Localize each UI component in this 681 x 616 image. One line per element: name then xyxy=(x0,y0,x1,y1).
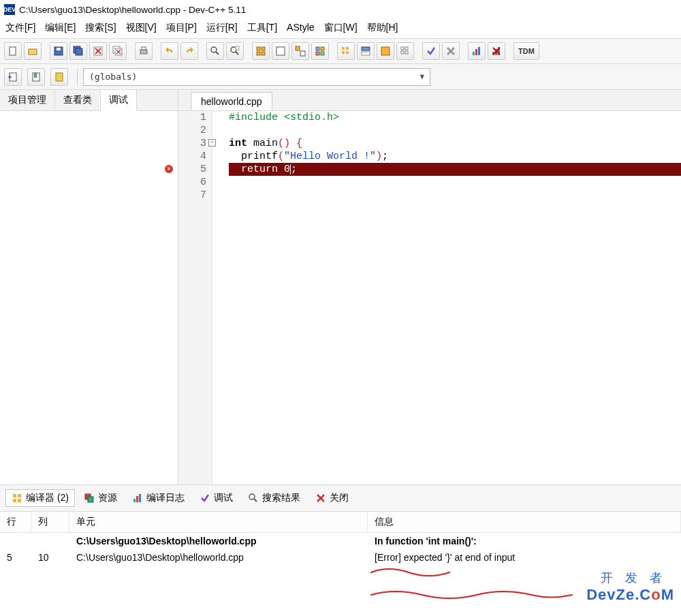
menu-window[interactable]: 窗口[W] xyxy=(324,22,358,34)
compiler-output-table: 行 列 单元 信息 C:\Users\guo13\Desktop\hellowo… xyxy=(0,512,681,566)
chevron-down-icon: ▼ xyxy=(419,72,424,81)
svg-rect-1 xyxy=(29,49,37,55)
cell-msg: [Error] expected '}' at end of input xyxy=(368,549,681,566)
svg-rect-56 xyxy=(13,494,16,497)
menu-search[interactable]: 搜索[S] xyxy=(85,22,116,34)
menu-edit[interactable]: 编辑[E] xyxy=(45,22,76,34)
layout4-button[interactable] xyxy=(396,42,414,60)
svg-rect-31 xyxy=(342,47,345,50)
copies-icon xyxy=(84,493,95,504)
header-line[interactable]: 行 xyxy=(0,512,31,532)
print-button[interactable] xyxy=(135,42,153,60)
file-tabs: helloworld.cpp xyxy=(178,90,681,111)
header-col[interactable]: 列 xyxy=(31,512,69,532)
table-header: 行 列 单元 信息 xyxy=(0,512,681,533)
svg-point-15 xyxy=(211,47,217,52)
menu-project[interactable]: 项目[P] xyxy=(166,22,197,34)
bottom-tab-debug[interactable]: 调试 xyxy=(193,489,239,507)
bottom-tab-label: 编译器 (2) xyxy=(26,492,69,504)
editor-area: helloworld.cpp 123−45✕67 #include <stdio… xyxy=(178,90,681,484)
svg-rect-26 xyxy=(300,51,305,56)
scope-selector-value: (globals) xyxy=(89,72,137,82)
menu-run[interactable]: 运行[R] xyxy=(206,22,238,34)
svg-rect-34 xyxy=(346,51,349,54)
undo-button[interactable] xyxy=(161,42,178,60)
save-all-button[interactable] xyxy=(69,42,87,60)
stop-debug-button[interactable] xyxy=(442,42,460,60)
delete-profile-button[interactable] xyxy=(488,42,505,60)
code-lines[interactable]: #include <stdio.h>int main() { printf("H… xyxy=(212,111,681,484)
header-unit[interactable]: 单元 xyxy=(69,512,368,532)
svg-rect-22 xyxy=(257,52,260,55)
layout2-button[interactable] xyxy=(357,42,375,60)
menu-bar: 文件[F] 编辑[E] 搜索[S] 视图[V] 项目[P] 运行[R] 工具[T… xyxy=(0,19,681,38)
bookmark-button[interactable] xyxy=(27,68,45,86)
toggle-bookmark-button[interactable] xyxy=(50,68,68,86)
secondary-toolbar: (globals) ▼ xyxy=(0,64,681,90)
main-area: 项目管理 查看类 调试 helloworld.cpp 123−45✕67 #in… xyxy=(0,90,681,485)
bottom-tab-compiler[interactable]: 编译器 (2) xyxy=(5,489,75,507)
svg-rect-58 xyxy=(13,499,16,502)
svg-rect-63 xyxy=(136,496,138,502)
rebuild-button[interactable] xyxy=(311,42,329,60)
menu-view[interactable]: 视图[V] xyxy=(126,22,157,34)
cell-msg: In function 'int main()': xyxy=(368,533,681,549)
svg-rect-59 xyxy=(18,499,21,502)
close-button[interactable] xyxy=(89,42,107,60)
side-tab-project[interactable]: 项目管理 xyxy=(0,90,55,110)
code-editor[interactable]: 123−45✕67 #include <stdio.h>int main() {… xyxy=(178,111,681,484)
compile-run-button[interactable] xyxy=(291,42,309,60)
close-all-button[interactable] xyxy=(109,42,127,60)
bottom-tab-label: 搜索结果 xyxy=(262,492,300,504)
open-button[interactable] xyxy=(24,42,42,60)
layout1-button[interactable] xyxy=(337,42,355,60)
toolbar: TDM xyxy=(0,38,681,64)
run-button[interactable] xyxy=(272,42,289,60)
svg-rect-55 xyxy=(56,73,63,81)
bottom-tab-close[interactable]: 关闭 xyxy=(309,489,355,507)
profile-button[interactable] xyxy=(468,42,486,60)
find-button[interactable] xyxy=(206,42,224,60)
layout3-button[interactable] xyxy=(377,42,394,60)
cell-unit: C:\Users\guo13\Desktop\helloworld.cpp xyxy=(69,533,368,549)
compile-button[interactable] xyxy=(252,42,270,60)
annotation-scribble xyxy=(368,562,586,603)
bottom-tab-search[interactable]: 搜索结果 xyxy=(242,489,306,507)
tdm-button[interactable]: TDM xyxy=(513,42,539,60)
menu-tools[interactable]: 工具[T] xyxy=(247,22,277,34)
side-tab-classview[interactable]: 查看类 xyxy=(55,90,101,110)
svg-line-16 xyxy=(216,52,219,55)
scope-selector[interactable]: (globals) ▼ xyxy=(83,68,430,86)
svg-rect-3 xyxy=(57,48,61,50)
new-file-button[interactable] xyxy=(4,42,22,60)
svg-rect-40 xyxy=(401,51,404,54)
menu-astyle[interactable]: AStyle xyxy=(287,22,314,34)
menu-file[interactable]: 文件[F] xyxy=(5,22,35,34)
svg-rect-27 xyxy=(316,47,319,50)
replace-button[interactable] xyxy=(226,42,244,60)
table-row[interactable]: 5 10 C:\Users\guo13\Desktop\helloworld.c… xyxy=(0,549,681,566)
goto-button[interactable] xyxy=(4,68,22,86)
side-tab-debug[interactable]: 调试 xyxy=(101,90,137,111)
cell-line xyxy=(0,533,31,549)
bottom-tab-resources[interactable]: 资源 xyxy=(78,489,123,507)
grid-icon xyxy=(12,493,22,504)
side-panel: 项目管理 查看类 调试 xyxy=(0,90,178,484)
svg-rect-13 xyxy=(140,50,147,54)
svg-rect-39 xyxy=(405,47,408,50)
menu-help[interactable]: 帮助[H] xyxy=(367,22,398,34)
check-icon xyxy=(200,493,210,504)
watermark-zh: 开发者 xyxy=(586,570,674,586)
header-msg[interactable]: 信息 xyxy=(368,512,681,532)
file-tab-helloworld[interactable]: helloworld.cpp xyxy=(191,92,272,110)
svg-rect-25 xyxy=(296,46,300,50)
svg-point-65 xyxy=(249,494,255,499)
bottom-tab-label: 调试 xyxy=(214,492,233,504)
save-button[interactable] xyxy=(50,42,67,60)
table-row[interactable]: C:\Users\guo13\Desktop\helloworld.cpp In… xyxy=(0,533,681,549)
redo-button[interactable] xyxy=(180,42,198,60)
bottom-tab-compilelog[interactable]: 编译日志 xyxy=(126,489,191,507)
debug-button[interactable] xyxy=(422,42,440,60)
svg-line-18 xyxy=(236,52,238,55)
svg-rect-38 xyxy=(401,47,404,50)
